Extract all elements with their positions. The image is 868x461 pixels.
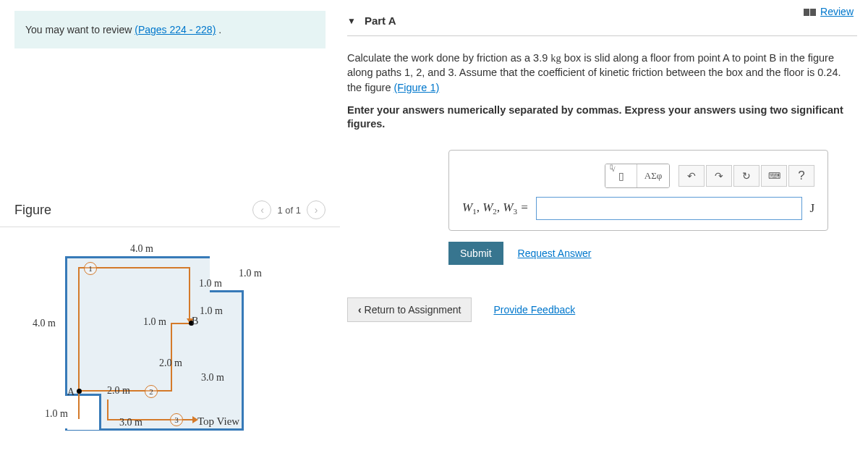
prev-figure-button[interactable]: ‹ xyxy=(252,200,271,219)
dim-label: 1.0 m xyxy=(45,408,68,420)
topview-label: Top View xyxy=(197,415,239,428)
answer-toolbar: ▯√▯ ΑΣφ ↶ ↷ ↻ ⌨ ? xyxy=(462,164,814,188)
dim-label: 4.0 m xyxy=(130,243,153,255)
collapse-icon: ▼ xyxy=(347,16,356,26)
dim-label: 3.0 m xyxy=(201,372,224,384)
dim-label: 1.0 m xyxy=(199,278,222,289)
figure-pager: ‹ 1 of 1 › xyxy=(252,200,326,219)
part-title: Part A xyxy=(365,14,396,27)
review-link[interactable]: Review xyxy=(804,6,854,17)
next-figure-button[interactable]: › xyxy=(307,200,326,219)
figure-title: Figure xyxy=(14,203,51,218)
keyboard-button[interactable]: ⌨ xyxy=(761,165,787,187)
redo-button[interactable]: ↷ xyxy=(706,165,732,187)
instruction-text: Enter your answers numerically separated… xyxy=(347,103,857,132)
path-1-marker: 1 xyxy=(84,262,97,275)
bookmark-icon xyxy=(810,9,816,16)
pager-text: 1 of 1 xyxy=(277,205,301,216)
dim-label: 1.0 m xyxy=(143,316,166,328)
dim-label: 4.0 m xyxy=(33,318,56,329)
variable-label: W1, W2, W3 = xyxy=(462,200,529,216)
question-text: Calculate the work done by friction as a… xyxy=(347,51,857,95)
dim-label: 1.0 m xyxy=(239,268,262,279)
dim-label: 3.0 m xyxy=(119,417,142,428)
template-tool-button[interactable]: ▯√▯ xyxy=(605,164,637,187)
help-tool-button[interactable]: ? xyxy=(788,165,814,187)
figure-header: Figure ‹ 1 of 1 › xyxy=(0,193,340,227)
reset-button[interactable]: ↻ xyxy=(733,165,760,187)
return-button[interactable]: ‹ Return to Assignment xyxy=(347,297,472,322)
dim-label: 2.0 m xyxy=(107,385,130,397)
dim-label: 2.0 m xyxy=(159,358,182,369)
submit-button[interactable]: Submit xyxy=(448,242,503,265)
answer-box: ▯√▯ ΑΣφ ↶ ↷ ↻ ⌨ ? W1, W2, W3 = J xyxy=(448,150,828,231)
pages-link[interactable]: (Pages 224 - 228) xyxy=(135,24,216,35)
bookmark-icon xyxy=(804,9,809,16)
point-a-label: A xyxy=(67,386,75,398)
path-3-marker: 3 xyxy=(170,413,183,426)
part-header[interactable]: ▼ Part A xyxy=(347,0,857,36)
chevron-left-icon: ‹ xyxy=(358,304,362,316)
path-2-marker: 2 xyxy=(145,385,158,398)
unit-label: J xyxy=(809,201,814,216)
greek-tool-button[interactable]: ΑΣφ xyxy=(637,164,669,187)
hint-box: You may want to review (Pages 224 - 228)… xyxy=(14,11,326,48)
request-answer-link[interactable]: Request Answer xyxy=(518,248,592,259)
figure-diagram: 1 2 3 4.0 m 4.0 m 1.0 m 1.0 m 1.0 m 1.0 … xyxy=(0,227,340,459)
undo-button[interactable]: ↶ xyxy=(678,165,705,187)
figure-1-link[interactable]: (Figure 1) xyxy=(394,82,440,93)
provide-feedback-link[interactable]: Provide Feedback xyxy=(493,304,575,316)
point-b-label: B xyxy=(192,316,198,327)
answer-input[interactable] xyxy=(536,197,803,220)
dim-label: 1.0 m xyxy=(200,305,223,317)
